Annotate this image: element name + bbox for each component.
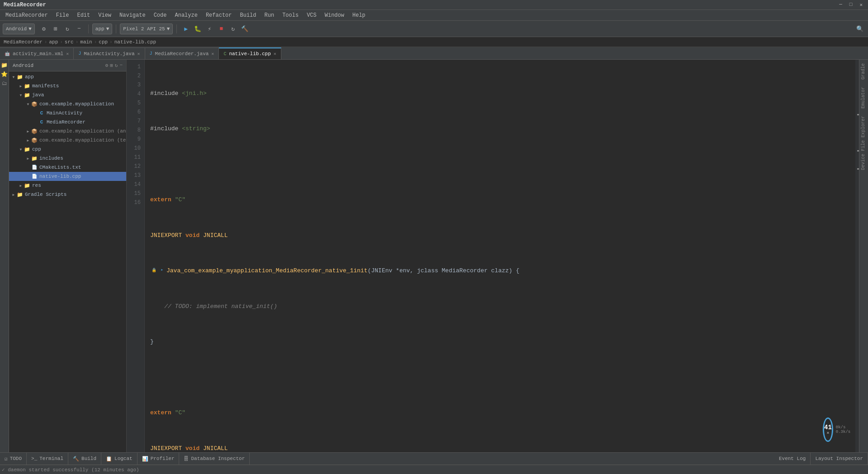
editor-area[interactable]: 1 2 3 4 5 6 7 8 9 10 11 12 13 14 15 16 [127,60,859,452]
menu-mediarecorder[interactable]: MediaRecorder [2,11,52,19]
menu-navigate[interactable]: Navigate [116,11,149,19]
code-jni-h: <jni.h> [182,89,207,98]
project-icon[interactable]: 📁 [1,62,8,69]
tab-native-lib[interactable]: C native-lib.cpp ✕ [219,47,281,59]
project-dropdown-label: app [95,26,104,32]
menu-code[interactable]: Code [150,11,171,19]
project-settings-icon[interactable]: ⚙ [105,62,109,68]
bottom-tab-build[interactable]: 🔨 Build [68,453,101,465]
tree-manifests-arrow: ▶ [18,83,24,89]
tab-activity-main[interactable]: 🤖 activity_main.xml ✕ [0,47,74,59]
bottom-area: ☑ TODO >_ Terminal 🔨 Build 📋 Logcat 📊 Pr… [0,452,868,474]
breadcrumb-file[interactable]: native-lib.cpp [114,39,156,45]
search-button[interactable]: 🔍 [854,24,865,34]
memory-circle[interactable]: 41 × [823,417,833,442]
bottom-tab-todo[interactable]: ☑ TODO [0,453,27,465]
bottom-tab-profiler[interactable]: 📊 Profiler [138,453,180,465]
tab-mediarecorder-java[interactable]: J MediaRecorder.java ✕ [145,47,219,59]
menu-vcs[interactable]: VCS [303,11,320,19]
resource-manager-icon[interactable]: 🗂 [1,80,8,87]
tree-res[interactable]: ▶ 📁 res [9,181,126,190]
menu-tools[interactable]: Tools [279,11,302,19]
tabs-bar: 🤖 activity_main.xml ✕ J MainActivity.jav… [0,47,868,60]
code-line-9 [150,373,850,382]
tree-package-test-label: com.example.myapplication (test) [39,137,126,143]
debug-button[interactable]: 🐛 [192,24,203,34]
right-tab-emulator[interactable]: Emulator [859,83,868,112]
tree-mediarecorder[interactable]: ▶ C MediaRecorder [9,118,126,127]
build-button[interactable]: 🔨 [239,24,250,34]
tab-native-lib-icon: C [223,52,226,57]
editor-scrollbar[interactable] [855,60,859,452]
tree-gradle[interactable]: ▶ 📁 Gradle Scripts [9,190,126,199]
project-dropdown-arrow: ▼ [106,26,109,32]
tree-package-androidtest[interactable]: ▶ 📦 com.example.myapplication (androidTe… [9,127,126,136]
breadcrumb-cpp[interactable]: cpp [99,39,108,45]
menu-build[interactable]: Build [237,11,260,19]
tab-mainactivity-close[interactable]: ✕ [137,51,140,57]
breadcrumb-src[interactable]: src [65,39,74,45]
tree-package-test[interactable]: ▶ 📦 com.example.myapplication (test) [9,136,126,145]
settings-button[interactable]: ⚙ [38,24,49,34]
code-string-h: <string> [182,124,210,133]
menu-help[interactable]: Help [349,11,369,19]
maximize-button[interactable]: □ [848,2,854,8]
tree-cpp[interactable]: ▼ 📁 cpp [9,145,126,154]
menu-view[interactable]: View [95,11,115,19]
bottom-tab-layout-inspector[interactable]: Layout Inspector [811,453,868,465]
tree-cmakelists-label: CMakeLists.txt [39,165,81,170]
project-collapse-icon[interactable]: − [119,62,123,68]
minimize-button[interactable]: ─ [837,2,844,8]
menu-refactor[interactable]: Refactor [202,11,236,19]
breadcrumb-main[interactable]: main [80,39,92,45]
left-vertical-panel: 📁 ⭐ 🗂 Android ⚙ ⊞ ↻ − ▼ 📁 app [0,60,127,452]
line-9: 9 [127,135,144,144]
close-button[interactable]: ✕ [858,2,864,8]
scrollbar-mark-3 [857,168,859,170]
refresh-button[interactable]: ↻ [228,24,238,34]
sync-button[interactable]: ↻ [62,24,73,34]
tree-manifests[interactable]: ▶ 📁 manifests [9,81,126,90]
tree-cmakelists[interactable]: ▶ 📄 CMakeLists.txt [9,163,126,172]
menu-window[interactable]: Window [321,11,348,19]
profile-button[interactable]: ⚡ [204,24,215,34]
layout-button[interactable]: ⊞ [50,24,61,34]
tab-native-lib-close[interactable]: ✕ [274,51,276,57]
favorites-icon[interactable]: ⭐ [1,71,8,78]
project-layout-icon[interactable]: ⊞ [110,62,113,68]
project-sync-icon[interactable]: ↻ [115,62,118,68]
menu-edit[interactable]: Edit [73,11,94,19]
tree-java[interactable]: ▼ 📁 java [9,90,126,100]
stop-button[interactable]: ■ [216,24,227,34]
right-tab-gradle[interactable]: Gradle [859,60,868,83]
menu-file[interactable]: File [52,11,73,19]
tree-mainactivity[interactable]: ▶ C MainActivity [9,109,126,118]
code-jniexport-1: JNIEXPORT [150,231,182,240]
line-15: 15 [127,189,144,198]
collapse-button[interactable]: − [74,24,85,34]
tree-mediarecorder-label: MediaRecorder [47,119,85,125]
run-button[interactable]: ▶ [180,24,191,34]
code-content[interactable]: #include <jni.h> #include <string> exter… [145,60,855,452]
device-dropdown-label: Pixel 2 API 25 [123,26,165,32]
bottom-tab-logcat[interactable]: 📋 Logcat [101,453,138,465]
breadcrumb-mediarecorder[interactable]: MediaRecorder [4,39,43,45]
android-dropdown[interactable]: Android ▼ [3,24,35,34]
menu-run[interactable]: Run [261,11,278,19]
bottom-tab-event-log[interactable]: Event Log [774,453,811,465]
tree-includes[interactable]: ▶ 📁 includes [9,154,126,163]
menu-analyze[interactable]: Analyze [171,11,201,19]
tree-app[interactable]: ▼ 📁 app [9,72,126,81]
breadcrumb-app[interactable]: app [49,39,58,45]
code-jnicall-2: JNICALL [203,444,228,452]
tab-mediarecorder-java-close[interactable]: ✕ [211,51,214,57]
device-dropdown[interactable]: Pixel 2 API 25 ▼ [120,24,173,34]
tab-activity-main-close[interactable]: ✕ [66,51,69,57]
tree-package-main[interactable]: ▼ 📦 com.example.myapplication [9,100,126,109]
bottom-tab-database[interactable]: 🗄 Database Inspector [179,453,250,465]
tab-mainactivity[interactable]: J MainActivity.java ✕ [74,47,145,59]
tree-native-lib[interactable]: ▶ 📄 native-lib.cpp [9,172,126,181]
project-dropdown[interactable]: app ▼ [92,24,112,34]
right-tab-device-file[interactable]: Device File Explorer [859,112,868,174]
bottom-tab-terminal[interactable]: >_ Terminal [27,453,68,465]
